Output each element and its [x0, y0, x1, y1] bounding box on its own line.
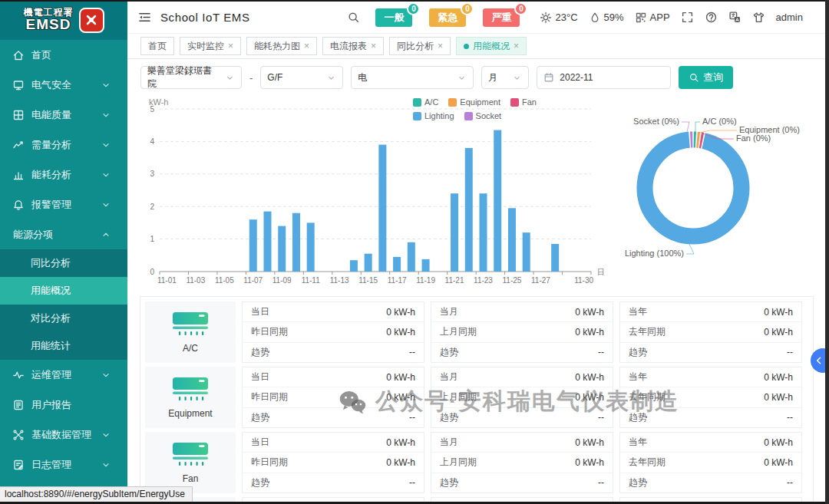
sidebar-item-能源分项[interactable]: 能源分项: [0, 219, 127, 249]
stat-row-当年: 当年0 kW-h: [620, 433, 801, 453]
svg-text:11-19: 11-19: [416, 276, 435, 285]
stat-label: 趋势: [629, 411, 647, 424]
stat-group: 当年0 kW-h去年同期0 kW-h趋势--: [619, 432, 802, 493]
alarm-badge-紧急[interactable]: 紧急0: [429, 8, 466, 27]
sidebar-item-日志管理[interactable]: 日志管理: [0, 450, 127, 479]
sidebar-item-需量分析[interactable]: 需量分析: [0, 130, 127, 160]
tab-close-icon[interactable]: ×: [228, 41, 233, 51]
stat-row-昨日同期: 昨日同期0 kW-h: [243, 387, 424, 407]
sidebar-subitem-同比分析[interactable]: 同比分析: [0, 249, 127, 277]
energy-type-select[interactable]: 电: [351, 66, 474, 89]
query-button[interactable]: 查询: [679, 66, 733, 89]
theme-icon[interactable]: [752, 11, 765, 24]
stat-value: --: [409, 347, 415, 357]
category-name: A/C: [183, 343, 198, 354]
tab-close-icon[interactable]: ×: [514, 41, 519, 51]
floor-select[interactable]: G/F: [260, 66, 343, 89]
tab-close-icon[interactable]: ×: [304, 41, 309, 51]
sidebar-item-报警管理[interactable]: 报警管理: [0, 189, 127, 219]
stat-row-昨日同期: 昨日同期0 kW-h: [243, 453, 424, 473]
sidebar-collapse-icon[interactable]: [137, 10, 152, 25]
tab-用能概况[interactable]: 用能概况×: [456, 37, 527, 55]
stat-value: --: [787, 412, 793, 423]
search-icon: [689, 72, 699, 83]
stat-row-昨日同期: 昨日同期0 kW-h: [243, 322, 424, 342]
legend-label: Lighting: [424, 111, 454, 120]
legend-item-Fan[interactable]: Fan: [510, 97, 537, 107]
tab-首页[interactable]: 首页: [140, 37, 174, 55]
month-picker[interactable]: 2022-11: [537, 66, 671, 89]
language-switch-icon[interactable]: [728, 11, 741, 24]
school-select[interactable]: 樂善堂梁銶琚書院: [140, 66, 242, 89]
legend-swatch: [464, 112, 473, 120]
period-select[interactable]: 月: [481, 66, 529, 89]
charts-section: kW-h01234511-0111-0311-0511-0711-0911-11…: [127, 94, 825, 293]
app-window: 機電工程署 EMSD 首页电气安全电能质量需量分析能耗分析报警管理能源分项同比分…: [0, 0, 829, 504]
stat-label: 当月: [440, 436, 458, 449]
stat-group: 当月0 kW-h上月同期0 kW-h趋势--: [431, 432, 613, 493]
chevron-down-icon: [101, 80, 111, 91]
chevron-down-icon: [101, 170, 111, 180]
sidebar-item-电气安全[interactable]: 电气安全: [0, 70, 127, 100]
stat-group: 当日0 kW-h昨日同期0 kW-h趋势--: [242, 432, 424, 493]
alarm-badge-严重[interactable]: 严重0: [483, 8, 520, 27]
sidebar-subitem-对比分析[interactable]: 对比分析: [0, 305, 127, 332]
stat-value: 0 kW-h: [386, 327, 415, 338]
sidebar-item-基础数据管理[interactable]: 基础数据管理: [0, 420, 127, 450]
sidebar-item-label: 日志管理: [31, 458, 101, 472]
stat-row-趋势: 趋势--: [431, 343, 613, 362]
chart-legend: A/CEquipmentFanLightingSocket: [413, 97, 586, 120]
tab-电流报表[interactable]: 电流报表×: [322, 37, 384, 55]
search-icon[interactable]: [347, 11, 360, 24]
legend-item-A/C[interactable]: A/C: [413, 97, 438, 107]
sidebar-item-能耗分析[interactable]: 能耗分析: [0, 160, 127, 189]
legend-item-Equipment[interactable]: Equipment: [448, 97, 500, 107]
sidebar-item-label: 电气安全: [31, 78, 101, 92]
energy-share-donut-chart: A/C (0%)Equipment (0%)Fan (0%)Lighting (…: [602, 94, 826, 268]
stat-label: 当日: [251, 305, 269, 318]
legend-item-Lighting[interactable]: Lighting: [413, 111, 454, 120]
sidebar-item-用户报告[interactable]: 用户报告: [0, 390, 127, 420]
sidebar-nav: 首页电气安全电能质量需量分析能耗分析报警管理能源分项同比分析用能概况对比分析用能…: [0, 40, 127, 479]
tab-label: 能耗热力图: [254, 40, 300, 53]
stat-label: 趋势: [629, 346, 647, 359]
category-icon-cell: A/C: [145, 301, 236, 363]
legend-swatch: [448, 98, 457, 107]
tab-实时监控[interactable]: 实时监控×: [180, 37, 241, 55]
sidebar-item-电能质量[interactable]: 电能质量: [0, 100, 127, 130]
tab-close-icon[interactable]: ×: [371, 41, 376, 51]
tab-同比分析[interactable]: 同比分析×: [389, 37, 451, 55]
fullscreen-icon[interactable]: [681, 11, 694, 24]
stat-row-趋势: 趋势--: [620, 343, 801, 362]
svg-text:0: 0: [150, 268, 154, 276]
svg-text:日: 日: [597, 268, 605, 276]
tab-能耗热力图[interactable]: 能耗热力图×: [246, 37, 317, 55]
stat-label: 趋势: [251, 476, 269, 489]
log-icon: [12, 459, 25, 471]
help-icon[interactable]: [705, 11, 718, 24]
legend-swatch: [413, 112, 421, 120]
alarm-badge-一般[interactable]: 一般0: [375, 8, 412, 27]
query-button-label: 查询: [703, 71, 723, 84]
app-qr-button[interactable]: APP: [635, 12, 670, 24]
qr-code-icon: [635, 12, 647, 24]
demand-icon: [12, 139, 25, 151]
sidebar-subitem-用能概况[interactable]: 用能概况: [0, 277, 127, 305]
stat-group: 当年0 kW-h去年同期0 kW-h趋势--: [619, 367, 802, 428]
chevron-down-icon: [101, 140, 111, 150]
air-conditioner-icon: [168, 311, 213, 341]
category-name: Fan: [183, 473, 199, 484]
sidebar-item-label: 运维管理: [31, 368, 101, 382]
stat-group: 当日0 kW-h昨日同期0 kW-h趋势--: [242, 301, 424, 363]
energy-type-value: 电: [358, 71, 367, 84]
stat-row-趋势: 趋势--: [431, 473, 613, 492]
legend-item-Socket[interactable]: Socket: [464, 111, 502, 120]
sidebar-item-运维管理[interactable]: 运维管理: [0, 360, 127, 390]
svg-text:Socket (0%): Socket (0%): [633, 117, 679, 126]
svg-text:11-30: 11-30: [574, 276, 593, 285]
user-menu[interactable]: admin: [776, 12, 803, 23]
tab-close-icon[interactable]: ×: [438, 41, 443, 51]
sidebar-subitem-用能统计[interactable]: 用能统计: [0, 332, 127, 360]
sidebar-item-首页[interactable]: 首页: [0, 40, 127, 70]
svg-text:Lighting (100%): Lighting (100%): [625, 249, 684, 258]
